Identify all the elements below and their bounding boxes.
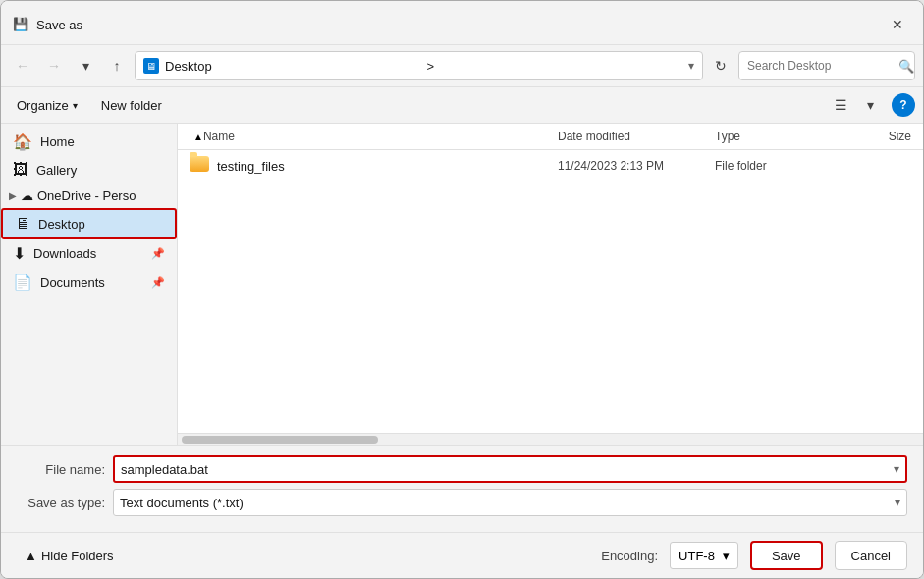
title-bar-left: 💾 Save as [13,17,82,32]
filename-input[interactable] [121,462,894,477]
encoding-select[interactable]: UTF-8 ▾ [670,542,738,569]
encoding-value: UTF-8 [679,549,715,563]
sidebar-item-gallery[interactable]: 🖼 Gallery [1,156,177,184]
encoding-dropdown-icon: ▾ [723,549,730,563]
empty-space [178,183,923,433]
file-list-header: ▲ Name Date modified Type Size [178,124,923,150]
sidebar-item-label-documents: Documents [40,275,143,290]
forward-button[interactable]: → [40,52,68,79]
footer-right: Encoding: UTF-8 ▾ Save Cancel [601,541,907,570]
hide-folders-button[interactable]: ▲ Hide Folders [17,545,122,567]
dialog-icon: 💾 [13,17,28,32]
sidebar-item-label-downloads: Downloads [33,246,143,261]
organize-label: Organize [17,98,69,113]
sidebar-item-label-desktop: Desktop [38,217,163,232]
file-name: testing_files [217,159,558,174]
filename-input-wrapper[interactable]: ▾ [113,455,907,483]
up-button[interactable]: ↑ [103,52,131,79]
filename-label: File name: [17,462,105,477]
address-dropdown-icon: ▾ [688,59,694,73]
sidebar: 🏠 Home 🖼 Gallery ▶ ☁ OneDrive - Perso 🖥 … [1,124,178,445]
onedrive-icon: ☁ [21,188,33,203]
bottom-form: File name: ▾ Save as type: ▾ [1,445,923,532]
address-path: Desktop [165,59,421,74]
dialog-title: Save as [36,18,82,32]
sidebar-item-desktop[interactable]: 🖥 Desktop [1,208,177,239]
view-menu-button[interactable]: ☰ [827,91,854,119]
toolbar: Organize ▾ New folder ☰ ▾ ? [1,87,923,124]
horizontal-scrollbar[interactable] [178,433,923,445]
sidebar-item-label-home: Home [40,134,165,149]
save-as-dialog: 💾 Save as ✕ ← → ▾ ↑ 🖥 Desktop > ▾ ↻ 🔍 Or… [0,0,924,579]
address-separator: > [427,59,683,74]
sidebar-item-label-gallery: Gallery [36,163,165,178]
column-date[interactable]: Date modified [558,130,715,143]
file-date: 11/24/2023 2:13 PM [558,159,715,173]
encoding-label: Encoding: [601,549,658,563]
filetype-row: Save as type: ▾ [17,489,907,516]
filename-dropdown-icon[interactable]: ▾ [894,462,899,476]
nav-bar: ← → ▾ ↑ 🖥 Desktop > ▾ ↻ 🔍 [1,45,923,87]
view-options: ☰ ▾ [827,91,884,119]
title-bar: 💾 Save as ✕ [1,1,923,45]
search-input[interactable] [747,59,895,73]
new-folder-button[interactable]: New folder [93,94,170,117]
hide-folders-label: Hide Folders [41,549,114,563]
filetype-input[interactable] [120,496,895,510]
address-bar[interactable]: 🖥 Desktop > ▾ [135,51,703,80]
desktop-icon: 🖥 [15,215,30,233]
content-area: 🏠 Home 🖼 Gallery ▶ ☁ OneDrive - Perso 🖥 … [1,124,923,445]
recent-locations-button[interactable]: ▾ [72,52,99,79]
cancel-button[interactable]: Cancel [835,541,907,570]
downloads-icon: ⬇ [13,244,26,263]
sidebar-item-downloads[interactable]: ⬇ Downloads 📌 [1,239,177,268]
organize-chevron-icon: ▾ [73,100,78,111]
documents-pin-icon: 📌 [151,276,165,289]
column-size[interactable]: Size [833,130,911,143]
sidebar-item-onedrive[interactable]: ▶ ☁ OneDrive - Perso [1,184,177,208]
file-type: File folder [715,159,833,173]
save-button[interactable]: Save [750,541,823,570]
organize-button[interactable]: Organize ▾ [9,94,85,117]
filetype-input-wrapper[interactable]: ▾ [113,489,907,516]
onedrive-expand-icon: ▶ [9,190,17,201]
downloads-pin-icon: 📌 [151,247,165,260]
filetype-label: Save as type: [17,496,105,510]
file-list: ▲ Name Date modified Type Size testing_f… [178,124,923,445]
refresh-button[interactable]: ↻ [707,52,734,79]
close-button[interactable]: ✕ [884,11,911,38]
view-dropdown-button[interactable]: ▾ [856,91,884,119]
filetype-dropdown-icon[interactable]: ▾ [895,496,900,509]
back-button[interactable]: ← [9,52,36,79]
new-folder-label: New folder [101,98,162,113]
sidebar-item-home[interactable]: 🏠 Home [1,128,177,156]
sidebar-item-documents[interactable]: 📄 Documents 📌 [1,268,177,296]
gallery-icon: 🖼 [13,161,28,179]
column-type[interactable]: Type [715,130,833,143]
sidebar-item-label-onedrive: OneDrive - Perso [37,188,136,203]
hide-folders-icon: ▲ [25,549,37,563]
column-name[interactable]: Name [203,130,558,143]
sort-arrow-icon: ▲ [193,132,203,142]
search-icon: 🔍 [898,59,914,74]
help-button[interactable]: ? [892,93,915,117]
address-icon: 🖥 [143,58,159,74]
footer: ▲ Hide Folders Encoding: UTF-8 ▾ Save Ca… [1,532,923,578]
filename-row: File name: ▾ [17,455,907,483]
scroll-thumb [182,436,378,444]
folder-icon [190,156,209,176]
documents-icon: 📄 [13,273,32,291]
home-icon: 🏠 [13,132,32,151]
table-row[interactable]: testing_files 11/24/2023 2:13 PM File fo… [178,150,923,183]
search-bar[interactable]: 🔍 [738,51,915,80]
